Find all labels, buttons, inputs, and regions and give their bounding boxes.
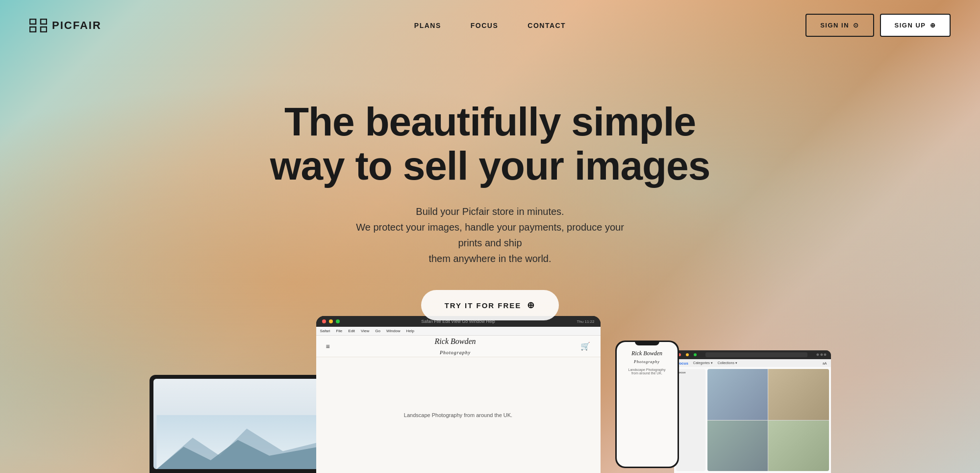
nav-links: PLANS FOCUS CONTACT [414,22,566,29]
hero-title-line1: The beautifully simple [284,99,696,144]
tablet-photo-3 [707,420,768,472]
hero-subtitle: Build your Picfair store in minutes. We … [343,204,637,266]
tablet-photo-4 [768,420,829,472]
help-label: Help [406,329,414,333]
edit-label: Edit [348,329,355,333]
cart-icon: 🛒 [580,342,590,351]
laptop-menu-bar: Safari File Edit View Go Window Help [316,327,601,336]
brand-name: PICFAIR [52,19,101,32]
device-tablet-right: ⊕ ⊕ ⊕ focus Categories ▾ Collections ▾ a… [674,350,831,473]
hero-title-line2: way to sell your images [270,143,710,188]
nav-contact[interactable]: CONTACT [528,22,566,29]
aa-label: aA [823,362,827,365]
store-name: Rick Bowden Photography [435,336,476,357]
sign-up-label: SIGN UP [895,22,926,29]
tablet-screen: focus [674,367,831,473]
cta-label: TRY IT FOR FREE [445,301,522,310]
collections-tab: Collections ▾ [718,361,737,365]
safari-label: Safari [320,329,330,333]
device-phone: Rick BowdenPhotography Landscape Photogr… [615,341,679,468]
hero-section: PICFAIR PLANS FOCUS CONTACT SIGN IN ⊙ SI… [0,0,980,473]
tablet-dot-green [694,353,697,356]
nav-actions: SIGN IN ⊙ SIGN UP ⊕ [805,14,951,37]
categories-tab: Categories ▾ [693,361,713,365]
tablet-sidebar-label: focus [676,369,705,376]
file-label: File [336,329,342,333]
devices-area: Safari File Edit View Go Window Help Thu… [0,316,980,473]
hero-subtitle-line1: Build your Picfair store in minutes. [416,206,564,217]
phone-screen: Rick BowdenPhotography Landscape Photogr… [617,342,678,467]
monitor-left-screen [153,379,322,469]
tablet-icons: ⊕ ⊕ ⊕ [816,353,827,357]
sign-up-button[interactable]: SIGN UP ⊕ [880,14,951,37]
store-tagline: Landscape Photography from around the UK… [404,412,512,418]
device-monitor-left [150,375,326,473]
tablet-main [707,369,829,471]
sign-in-label: SIGN IN [820,22,849,29]
logo-icon [29,19,47,32]
svg-rect-0 [30,19,36,24]
phone-notch [635,341,659,345]
svg-rect-2 [41,19,47,24]
window-label: Window [386,329,400,333]
tablet-sidebar: focus [676,369,705,471]
cta-arrow-icon: ⊕ [527,300,535,311]
tablet-photo-2 [768,369,829,420]
laptop-screen: ≡ Rick Bowden Photography 🛒 Landscape Ph… [316,336,601,473]
sign-up-icon: ⊕ [930,22,936,29]
store-name-container: Rick Bowden Photography [435,336,476,357]
nav-focus[interactable]: FOCUS [471,22,499,29]
monitor-mountain-image [153,415,322,469]
hero-content: The beautifully simple way to sell your … [0,51,980,320]
tablet-menu-bar: focus Categories ▾ Collections ▾ aA [674,359,831,367]
hero-subtitle-line2: We protect your images, handle your paym… [356,222,624,248]
device-laptop: Safari File Edit View Go Window Help Thu… [316,316,601,473]
svg-rect-1 [30,27,36,32]
tablet-top-bar: ⊕ ⊕ ⊕ [674,350,831,359]
tablet-photo-grid [707,369,829,471]
sign-in-icon: ⊙ [853,22,859,29]
tablet-address-bar [705,352,807,357]
sign-in-button[interactable]: SIGN IN ⊙ [805,14,874,37]
svg-rect-3 [41,27,47,32]
nav-plans[interactable]: PLANS [414,22,441,29]
logo[interactable]: PICFAIR [29,19,101,32]
tablet-content-bg [707,369,829,471]
laptop-store-header: ≡ Rick Bowden Photography 🛒 [316,336,601,357]
phone-store-name: Rick BowdenPhotography [620,350,675,365]
phone-tagline: Landscape Photographyfrom around the UK. [620,368,675,375]
view-label: View [361,329,369,333]
hero-subtitle-line3: them anywhere in the world. [428,253,551,264]
tablet-dot-yellow [686,353,689,356]
focus-label: focus [678,361,688,366]
phone-store-content: Rick BowdenPhotography Landscape Photogr… [617,342,678,377]
tablet-photo-1 [707,369,768,420]
hamburger-icon: ≡ [326,342,330,350]
laptop-store-content: Landscape Photography from around the UK… [316,357,601,473]
try-free-button[interactable]: TRY IT FOR FREE ⊕ [421,290,559,320]
hero-title: The beautifully simple way to sell your … [270,100,710,188]
navbar: PICFAIR PLANS FOCUS CONTACT SIGN IN ⊙ SI… [0,0,980,51]
go-label: Go [375,329,380,333]
